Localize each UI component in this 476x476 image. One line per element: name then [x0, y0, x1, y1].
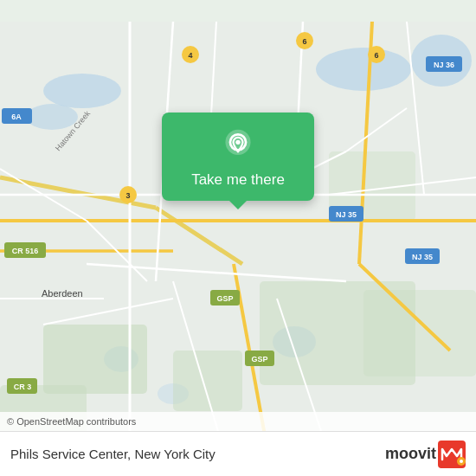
attribution-bar: © OpenStreetMap contributors: [0, 412, 476, 431]
svg-point-1: [43, 74, 121, 108]
svg-point-67: [235, 140, 240, 145]
svg-rect-8: [43, 325, 147, 394]
svg-text:4: 4: [188, 51, 192, 60]
svg-text:6: 6: [374, 51, 378, 60]
attribution-text: © OpenStreetMap contributors: [7, 416, 136, 427]
svg-text:GSP: GSP: [251, 355, 267, 363]
svg-text:6: 6: [302, 37, 306, 46]
svg-point-70: [460, 460, 463, 463]
location-name: Phils Service Center, New York City: [10, 447, 385, 461]
take-me-there-button[interactable]: Take me there: [191, 171, 285, 189]
svg-text:CR 3: CR 3: [14, 383, 32, 391]
svg-text:CR 516: CR 516: [12, 247, 39, 255]
svg-text:Aberdeen: Aberdeen: [42, 288, 83, 299]
map-container: Hatown Creek 4: [0, 0, 476, 476]
svg-rect-11: [363, 290, 476, 376]
svg-text:NJ 36: NJ 36: [434, 61, 454, 69]
svg-text:NJ 35: NJ 35: [336, 210, 357, 219]
svg-point-3: [316, 48, 411, 91]
svg-rect-12: [173, 351, 242, 411]
svg-text:GSP: GSP: [216, 294, 233, 303]
svg-point-2: [26, 104, 78, 130]
svg-text:NJ 35: NJ 35: [412, 253, 433, 261]
location-pin-icon: [221, 128, 255, 163]
popup-card[interactable]: Take me there: [162, 113, 314, 201]
svg-text:3: 3: [125, 191, 130, 200]
moovit-icon: [438, 441, 466, 468]
moovit-text: moovit: [385, 445, 436, 463]
bottom-bar: Phils Service Center, New York City moov…: [0, 431, 476, 476]
moovit-logo: moovit: [385, 441, 466, 468]
svg-text:6A: 6A: [11, 113, 22, 121]
